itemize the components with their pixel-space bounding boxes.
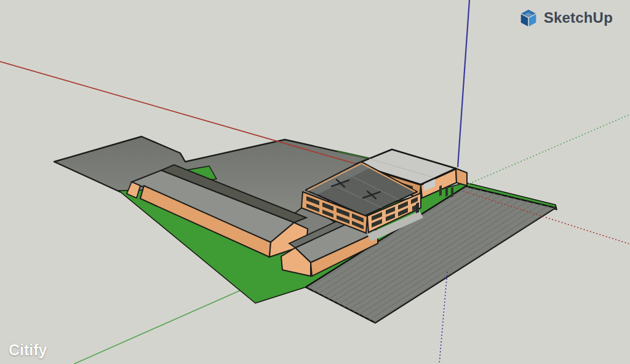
citify-watermark: Citify — [9, 341, 47, 359]
hall-door-slot — [445, 186, 448, 197]
hall-door-slot — [439, 185, 442, 196]
sketchup-3d-viewport[interactable] — [0, 0, 630, 364]
sketchup-wordmark: SketchUp — [544, 9, 613, 26]
sketchup-logo: SketchUp — [519, 8, 613, 28]
model-scene[interactable] — [0, 0, 630, 364]
hall-door-slot — [451, 187, 453, 197]
sketchup-cube-icon — [519, 8, 538, 28]
entrance-door — [416, 202, 419, 213]
